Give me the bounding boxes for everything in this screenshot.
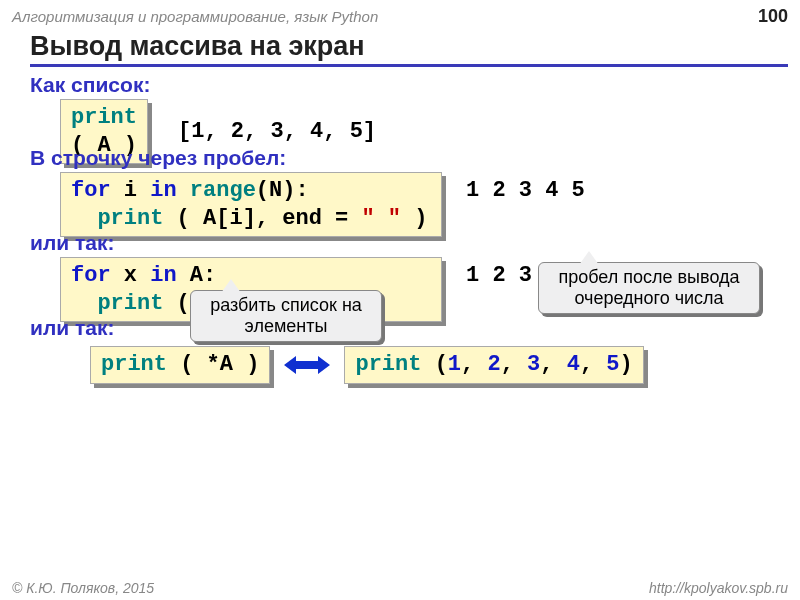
footer-copyright: © К.Ю. Поляков, 2015 xyxy=(12,580,154,596)
output-list: [1, 2, 3, 4, 5] xyxy=(178,119,376,144)
svg-marker-0 xyxy=(284,356,330,374)
callout-space: пробел после вывода очередного числа xyxy=(538,262,760,314)
code-print-expanded: print (1, 2, 3, 4, 5) xyxy=(344,346,643,384)
page-number: 100 xyxy=(758,6,788,27)
code-for-range: for i in range(N): print ( A[i], end = "… xyxy=(60,172,442,237)
page-title: Вывод массива на экран xyxy=(30,31,788,67)
subhead-space: В строчку через пробел: xyxy=(30,146,780,170)
callout-split: разбить список на элементы xyxy=(190,290,382,342)
code-print-star: print ( *A ) xyxy=(90,346,270,384)
double-arrow-icon xyxy=(284,354,330,376)
course-title: Алгоритмизация и программирование, язык … xyxy=(12,8,378,25)
footer-url: http://kpolyakov.spb.ru xyxy=(649,580,788,596)
subhead-list: Как список: xyxy=(30,73,780,97)
output-space-1: 1 2 3 4 5 xyxy=(466,178,585,203)
